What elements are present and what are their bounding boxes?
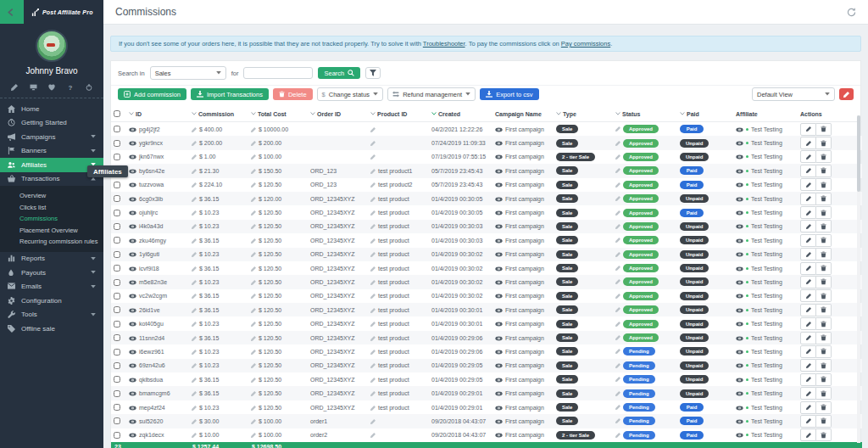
sidebar-item-offline-sale[interactable]: Offline sale <box>0 322 103 336</box>
edit-row-button[interactable] <box>800 289 816 302</box>
commission-id[interactable]: sul52620 <box>139 418 163 424</box>
product-id-value[interactable]: test product <box>378 405 409 411</box>
commission-id[interactable]: mep4zf24 <box>139 405 165 411</box>
total-cost-value[interactable]: $ 120.50 <box>259 293 281 299</box>
edit-row-button[interactable] <box>800 150 816 163</box>
sort-icon[interactable] <box>615 112 620 115</box>
affiliate-name[interactable]: Test Testing <box>751 335 782 341</box>
campaign-name[interactable]: First campaign <box>505 223 544 229</box>
row-checkbox[interactable] <box>114 321 120 328</box>
campaign-name[interactable]: First campaign <box>505 321 544 327</box>
import-transactions-button[interactable]: Import Transactions <box>191 88 269 100</box>
product-id-value[interactable]: test product <box>378 238 409 244</box>
delete-row-button[interactable] <box>816 289 832 302</box>
submenu-item-commissions[interactable]: Commissions <box>0 213 103 225</box>
commission-id[interactable]: m5e82n3e <box>139 279 167 285</box>
delete-row-button[interactable] <box>816 165 832 177</box>
campaign-name[interactable]: First campaign <box>505 196 544 202</box>
delete-row-button[interactable] <box>816 276 832 288</box>
change-status-select[interactable]: $ Change status <box>317 87 384 101</box>
campaign-name[interactable]: First campaign <box>505 390 544 396</box>
commission-id[interactable]: zku46mgy <box>139 238 166 244</box>
commission-id[interactable]: icvf9l18 <box>139 266 159 272</box>
campaign-name[interactable]: First campaign <box>505 182 544 188</box>
row-checkbox[interactable] <box>114 306 120 313</box>
status-badge[interactable]: Pending <box>623 361 655 370</box>
troubleshooter-link[interactable]: Troubleshooter <box>423 40 465 48</box>
total-cost-value[interactable]: $ 120.50 <box>259 335 281 341</box>
product-id-value[interactable]: test product2 <box>378 182 412 188</box>
total-cost-value[interactable]: $ 120.50 <box>259 182 281 188</box>
delete-row-button[interactable] <box>816 193 832 205</box>
column-header-paid[interactable]: Paid <box>677 106 733 122</box>
commission-value[interactable]: $ 21.30 <box>199 168 219 174</box>
commission-value[interactable]: $ 10.23 <box>199 321 219 327</box>
row-checkbox[interactable] <box>114 251 120 258</box>
column-header-total-cost[interactable]: Total Cost <box>248 106 308 122</box>
commission-id[interactable]: kot405gu <box>139 321 164 327</box>
delete-row-button[interactable] <box>816 401 832 414</box>
status-badge[interactable]: Approved <box>623 292 659 300</box>
total-cost-value[interactable]: $ 120.50 <box>259 238 281 244</box>
sort-icon[interactable] <box>192 112 197 115</box>
collapse-sidebar-button[interactable] <box>0 0 24 24</box>
delete-row-button[interactable] <box>816 304 832 316</box>
column-header-campaign-name[interactable]: Campaign Name <box>492 106 554 122</box>
edit-row-button[interactable] <box>800 165 816 177</box>
row-checkbox[interactable] <box>114 293 120 300</box>
affiliate-name[interactable]: Test Testing <box>751 140 782 146</box>
row-checkbox[interactable] <box>114 140 120 147</box>
edit-row-button[interactable] <box>800 401 816 414</box>
campaign-name[interactable]: First campaign <box>505 432 544 438</box>
campaign-name[interactable]: First campaign <box>505 405 544 411</box>
vertical-scrollbar[interactable] <box>857 115 860 443</box>
row-checkbox[interactable] <box>114 362 120 369</box>
row-checkbox[interactable] <box>114 126 120 132</box>
commission-value[interactable]: $ 36.15 <box>199 293 219 299</box>
edit-row-button[interactable] <box>800 387 816 400</box>
sort-icon[interactable] <box>251 112 256 115</box>
status-badge[interactable]: Approved <box>623 222 659 231</box>
total-cost-value[interactable]: $ 100.00 <box>259 418 281 424</box>
commission-value[interactable]: $ 224.10 <box>199 182 222 188</box>
total-cost-value[interactable]: $ 120.50 <box>259 405 281 411</box>
product-id-value[interactable]: test product <box>378 266 409 272</box>
affiliate-name[interactable]: Test Testing <box>751 182 782 188</box>
delete-row-button[interactable] <box>816 359 832 372</box>
edit-row-button[interactable] <box>800 317 816 330</box>
commission-value[interactable]: $ 36.15 <box>199 307 219 313</box>
power-icon[interactable] <box>85 83 93 92</box>
edit-row-button[interactable] <box>800 304 816 316</box>
status-badge[interactable]: Pending <box>623 375 655 384</box>
commission-id[interactable]: 69zn42u6 <box>139 362 165 368</box>
campaign-name[interactable]: First campaign <box>505 154 544 160</box>
commission-id[interactable]: ygkr9ncx <box>139 140 163 146</box>
sidebar-item-campaigns[interactable]: Campaigns <box>0 130 103 144</box>
commission-value[interactable]: $ 10.23 <box>199 405 219 411</box>
affiliate-name[interactable]: Test Testing <box>751 251 782 257</box>
sidebar-item-home[interactable]: Home <box>0 102 103 116</box>
affiliate-name[interactable]: Test Testing <box>751 432 782 438</box>
affiliate-name[interactable]: Test Testing <box>751 307 782 313</box>
status-badge[interactable]: Approved <box>623 236 659 244</box>
affiliate-name[interactable]: Test Testing <box>751 210 782 216</box>
column-header-type[interactable]: Type <box>554 106 613 122</box>
sort-icon[interactable] <box>680 112 685 115</box>
affiliate-name[interactable]: Test Testing <box>751 279 782 285</box>
campaign-name[interactable]: First campaign <box>505 251 544 257</box>
commission-value[interactable]: $ 400.00 <box>199 126 222 132</box>
total-cost-value[interactable]: $ 120.50 <box>259 362 281 368</box>
product-id-value[interactable]: test product <box>378 210 409 216</box>
total-cost-value[interactable]: $ 120.50 <box>259 210 281 216</box>
commission-id[interactable]: i4k0a43d <box>139 223 163 229</box>
delete-row-button[interactable] <box>816 137 832 149</box>
status-badge[interactable]: Approved <box>623 277 659 286</box>
product-id-value[interactable]: test product <box>378 362 409 368</box>
status-badge[interactable]: Pending <box>623 417 655 425</box>
total-cost-value[interactable]: $ 120.50 <box>259 321 281 327</box>
affiliate-name[interactable]: Test Testing <box>751 390 782 396</box>
delete-row-button[interactable] <box>816 248 832 260</box>
campaign-name[interactable]: First campaign <box>505 349 544 355</box>
monitor-icon[interactable] <box>29 83 37 92</box>
total-cost-value[interactable]: $ 150.50 <box>259 168 281 174</box>
